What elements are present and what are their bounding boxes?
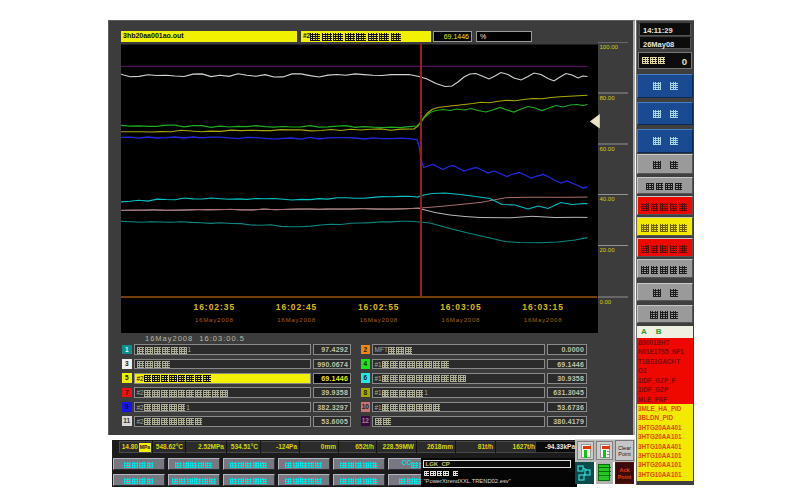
svg-text:16May2008: 16May2008: [195, 316, 234, 323]
svg-text:16:03:05: 16:03:05: [440, 302, 482, 312]
svg-text:60.00: 60.00: [600, 146, 616, 152]
svg-text:16May2008: 16May2008: [277, 316, 316, 323]
svg-text:40.00: 40.00: [600, 196, 616, 202]
svg-text:16:02:45: 16:02:45: [276, 302, 318, 312]
svg-text:16May2008: 16May2008: [442, 316, 481, 323]
svg-text:0.00: 0.00: [600, 299, 612, 305]
svg-text:20.00: 20.00: [600, 247, 616, 253]
svg-text:16May2008: 16May2008: [359, 316, 398, 323]
svg-text:80.00: 80.00: [600, 95, 616, 101]
svg-text:100.00: 100.00: [600, 44, 619, 50]
svg-text:16:02:35: 16:02:35: [194, 302, 236, 312]
svg-text:16:02:55: 16:02:55: [358, 302, 400, 312]
svg-text:16:03:15: 16:03:15: [522, 302, 564, 312]
svg-text:16May2008: 16May2008: [524, 316, 563, 323]
